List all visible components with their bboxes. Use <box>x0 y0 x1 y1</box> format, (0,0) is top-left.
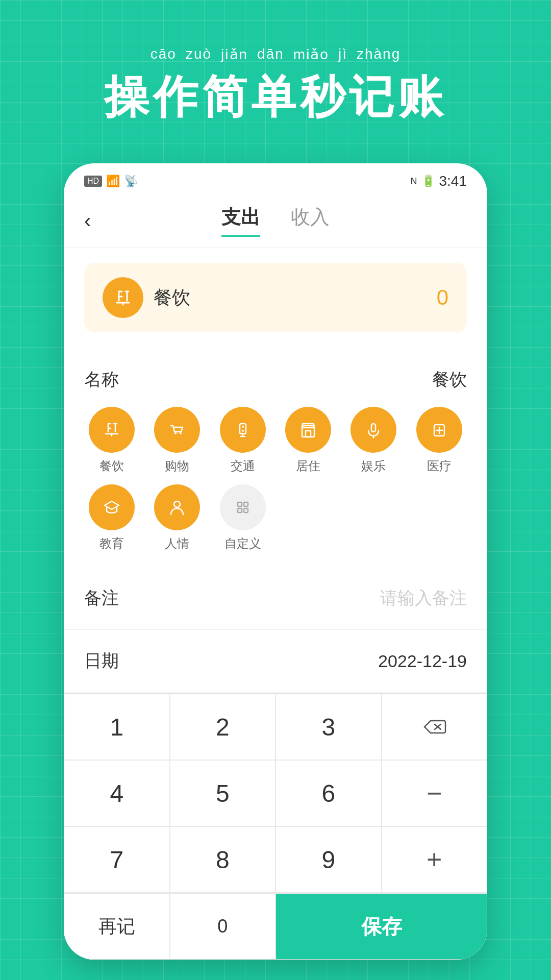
medical-label: 医疗 <box>427 458 452 474</box>
housing-icon <box>285 407 331 453</box>
nfc-icon: N <box>411 176 417 187</box>
social-icon <box>154 484 200 530</box>
note-row[interactable]: 备注 请输入备注 <box>64 567 487 630</box>
category-item-dining[interactable]: 餐饮 <box>84 407 139 474</box>
pinyin-7: zhàng <box>357 46 400 63</box>
key-3[interactable]: 3 <box>276 694 382 760</box>
status-bar: HD 📶 📡 N 🔋 3:41 <box>64 163 487 194</box>
tab-expense[interactable]: 支出 <box>221 204 260 237</box>
date-value: 2022-12-19 <box>378 651 467 671</box>
category-name-row: 名称 餐饮 <box>84 358 467 397</box>
app-header: cāo zuò jiǎn dān miǎo jì zhàng 操作简单秒记账 <box>0 0 551 153</box>
education-icon <box>89 484 135 530</box>
education-label: 教育 <box>99 535 124 552</box>
svg-point-17 <box>242 426 244 428</box>
key-8[interactable]: 8 <box>170 826 276 893</box>
shopping-label: 购物 <box>165 458 189 474</box>
dining-icon <box>89 407 135 453</box>
name-value: 餐饮 <box>432 368 467 391</box>
key-0[interactable]: 0 <box>170 893 276 960</box>
category-item-social[interactable]: 人情 <box>149 484 205 552</box>
svg-rect-32 <box>238 508 242 512</box>
svg-rect-31 <box>244 502 248 506</box>
hd-badge: HD <box>84 176 102 187</box>
svg-point-29 <box>174 501 180 507</box>
date-row[interactable]: 日期 2022-12-19 <box>64 630 487 693</box>
category-item-education[interactable]: 教育 <box>84 484 139 552</box>
pinyin-3: jiǎn <box>221 46 248 63</box>
housing-label: 居住 <box>296 458 320 474</box>
transport-icon <box>220 407 266 453</box>
category-item-shopping[interactable]: 购物 <box>149 407 205 474</box>
battery-icon: 🔋 <box>421 175 435 188</box>
save-button[interactable]: 保存 <box>276 893 487 960</box>
key-1[interactable]: 1 <box>64 694 170 760</box>
phone-mockup: HD 📶 📡 N 🔋 3:41 ‹ 支出 收入 <box>64 163 487 960</box>
amount-category-icon <box>103 277 143 318</box>
category-item-medical[interactable]: 医疗 <box>412 407 467 474</box>
key-9[interactable]: 9 <box>276 826 382 893</box>
pinyin-5: miǎo <box>293 46 329 63</box>
tab-income[interactable]: 收入 <box>291 204 330 237</box>
svg-rect-24 <box>371 424 375 432</box>
category-icons-grid: 餐饮 购物 <box>84 397 467 562</box>
social-label: 人情 <box>165 535 189 552</box>
medical-icon <box>416 407 462 453</box>
svg-rect-23 <box>306 431 311 437</box>
wifi-icon: 📡 <box>124 175 138 188</box>
app-title: 操作简单秒记账 <box>0 67 551 128</box>
signal-icon: 📶 <box>106 175 120 188</box>
key-minus[interactable]: − <box>382 760 488 826</box>
category-item-housing[interactable]: 居住 <box>281 407 336 474</box>
svg-point-15 <box>180 432 182 434</box>
category-item-custom[interactable]: 自定义 <box>215 484 270 552</box>
pinyin-1: cāo <box>151 46 177 63</box>
custom-label: 自定义 <box>224 535 261 552</box>
pinyin-2: zuò <box>186 46 212 63</box>
svg-rect-30 <box>238 502 242 506</box>
entertainment-label: 娱乐 <box>361 458 386 474</box>
nav-tabs: 支出 收入 <box>221 204 330 237</box>
key-plus[interactable]: + <box>382 826 488 893</box>
svg-rect-33 <box>244 508 248 512</box>
amount-value: 0 <box>437 285 448 310</box>
custom-icon <box>220 484 266 530</box>
time-display: 3:41 <box>439 173 467 189</box>
date-label: 日期 <box>84 649 119 673</box>
key-again[interactable]: 再记 <box>64 893 170 960</box>
transport-label: 交通 <box>231 458 255 474</box>
amount-category-name: 餐饮 <box>154 285 427 310</box>
dining-label: 餐饮 <box>99 458 124 474</box>
category-item-entertainment[interactable]: 娱乐 <box>346 407 401 474</box>
key-delete[interactable] <box>382 694 488 760</box>
top-nav: ‹ 支出 收入 <box>64 194 487 248</box>
key-4[interactable]: 4 <box>64 760 170 826</box>
status-right: N 🔋 3:41 <box>411 173 467 189</box>
pinyin-row: cāo zuò jiǎn dān miǎo jì zhàng <box>0 46 551 63</box>
back-button[interactable]: ‹ <box>84 209 91 232</box>
key-2[interactable]: 2 <box>170 694 276 760</box>
key-6[interactable]: 6 <box>276 760 382 826</box>
note-placeholder: 请输入备注 <box>380 586 467 610</box>
svg-point-14 <box>174 432 177 434</box>
category-section: 名称 餐饮 餐饮 <box>64 348 487 567</box>
bottom-row: 再记 0 保存 <box>64 893 487 960</box>
shopping-icon <box>154 407 200 453</box>
key-7[interactable]: 7 <box>64 826 170 893</box>
pinyin-6: jì <box>338 46 347 63</box>
status-left: HD 📶 📡 <box>84 175 138 188</box>
pinyin-4: dān <box>257 46 284 63</box>
numpad: 1 2 3 4 5 6 − 7 8 9 + 再记 0 保存 <box>64 693 487 960</box>
entertainment-icon <box>350 407 396 453</box>
svg-rect-16 <box>240 424 246 434</box>
key-5[interactable]: 5 <box>170 760 276 826</box>
note-label: 备注 <box>84 586 119 610</box>
category-item-transport[interactable]: 交通 <box>215 407 270 474</box>
amount-display: 餐饮 0 <box>84 263 467 332</box>
svg-point-18 <box>242 430 244 432</box>
name-label: 名称 <box>84 368 119 391</box>
numpad-grid: 1 2 3 4 5 6 − 7 8 9 + <box>64 693 487 893</box>
